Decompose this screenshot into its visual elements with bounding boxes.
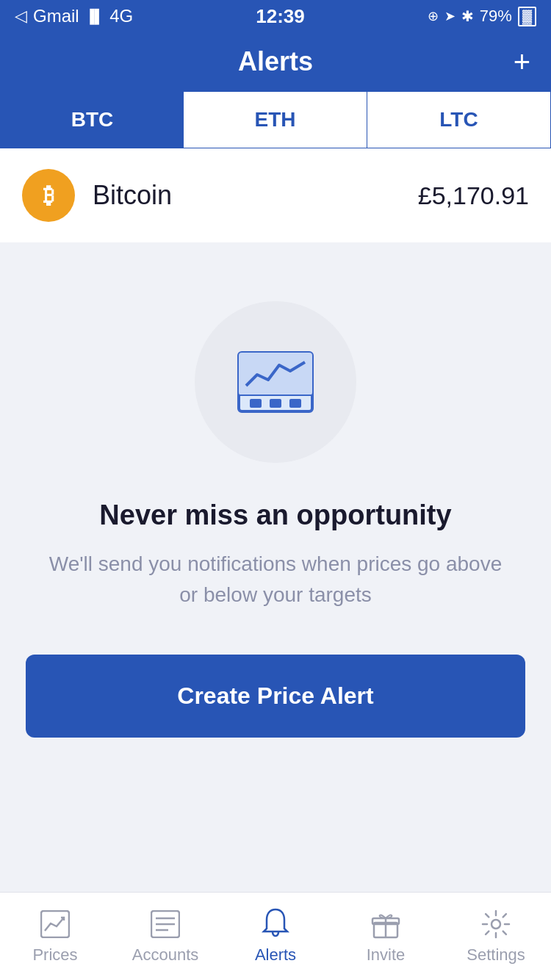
invite-icon: [370, 909, 401, 940]
svg-rect-2: [239, 353, 312, 395]
svg-rect-6: [289, 399, 301, 408]
create-alert-button[interactable]: Create Price Alert: [26, 655, 525, 738]
navigation-icon: ➤: [444, 8, 455, 24]
svg-text:₿: ₿: [43, 183, 54, 207]
nav-settings[interactable]: Settings: [441, 898, 551, 975]
settings-label: Settings: [467, 945, 525, 965]
status-left: ◁ Gmail ▐▌ 4G: [15, 6, 133, 26]
svg-point-15: [491, 920, 500, 929]
prices-label: Prices: [32, 945, 77, 965]
alerts-label: Alerts: [255, 945, 296, 965]
crypto-price: £5,170.91: [418, 181, 529, 210]
svg-rect-5: [270, 399, 281, 408]
empty-icon-circle: [195, 301, 356, 463]
location-icon: ⊕: [428, 8, 439, 24]
tab-bar: BTC ETH LTC: [0, 91, 551, 148]
network-type: 4G: [109, 6, 133, 26]
page-title: Alerts: [238, 46, 313, 77]
nav-alerts[interactable]: Alerts: [220, 898, 331, 975]
bottom-nav: Prices Accounts Alerts: [0, 892, 551, 980]
bluetooth-icon: ✱: [461, 7, 474, 25]
accounts-label: Accounts: [132, 945, 199, 965]
carrier-label: Gmail: [33, 6, 79, 26]
status-right: ⊕ ➤ ✱ 79% ▓: [428, 7, 536, 26]
prices-icon: [40, 909, 71, 940]
nav-prices[interactable]: Prices: [0, 898, 110, 975]
nav-accounts[interactable]: Accounts: [110, 898, 220, 975]
tab-eth[interactable]: ETH: [184, 92, 367, 148]
svg-rect-7: [41, 911, 69, 937]
settings-icon: [480, 909, 511, 940]
alerts-icon: [260, 909, 291, 940]
status-time: 12:39: [256, 5, 305, 28]
add-alert-button[interactable]: +: [514, 46, 530, 79]
header: Alerts +: [0, 32, 551, 91]
battery-icon: ▓: [518, 7, 536, 26]
bitcoin-icon: ₿: [22, 169, 75, 222]
status-bar: ◁ Gmail ▐▌ 4G 12:39 ⊕ ➤ ✱ 79% ▓: [0, 0, 551, 32]
accounts-icon: [150, 909, 181, 940]
empty-state-title: Never miss an opportunity: [99, 500, 451, 531]
empty-state: Never miss an opportunity We'll send you…: [0, 242, 551, 782]
back-icon: ◁: [15, 7, 27, 26]
empty-state-subtitle: We'll send you notifications when prices…: [44, 549, 507, 610]
tab-ltc[interactable]: LTC: [367, 92, 550, 148]
crypto-name: Bitcoin: [93, 180, 400, 211]
crypto-row: ₿ Bitcoin £5,170.91: [0, 148, 551, 242]
signal-bars: ▐▌: [85, 9, 104, 24]
tab-btc[interactable]: BTC: [1, 92, 184, 148]
nav-invite[interactable]: Invite: [331, 898, 441, 975]
invite-label: Invite: [367, 945, 406, 965]
battery-label: 79%: [480, 7, 512, 26]
svg-rect-4: [250, 399, 262, 408]
